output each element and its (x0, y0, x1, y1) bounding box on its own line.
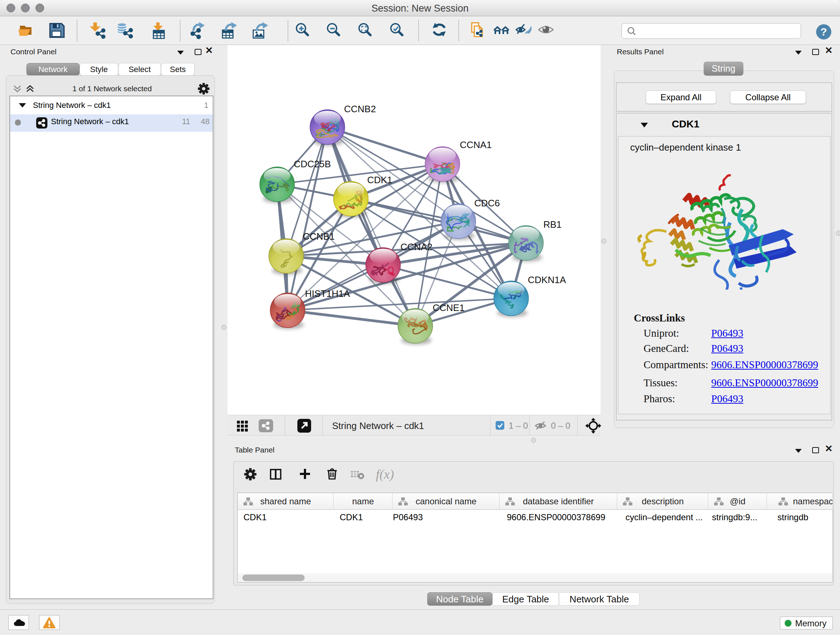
svg-text:HIST1H1A: HIST1H1A (305, 288, 350, 299)
svg-text:CCNB1: CCNB1 (303, 231, 335, 242)
svg-text:CDC25B: CDC25B (294, 158, 331, 169)
svg-text:CCNA1: CCNA1 (460, 139, 492, 150)
svg-text:CDC6: CDC6 (474, 198, 500, 209)
svg-text:CCNE1: CCNE1 (433, 302, 464, 313)
svg-text:CCNB2: CCNB2 (344, 103, 376, 114)
svg-text:CDKN1A: CDKN1A (528, 274, 566, 285)
svg-text:CDK1: CDK1 (367, 174, 392, 185)
svg-text:CCNA2: CCNA2 (401, 241, 432, 252)
svg-text:RB1: RB1 (543, 219, 562, 230)
